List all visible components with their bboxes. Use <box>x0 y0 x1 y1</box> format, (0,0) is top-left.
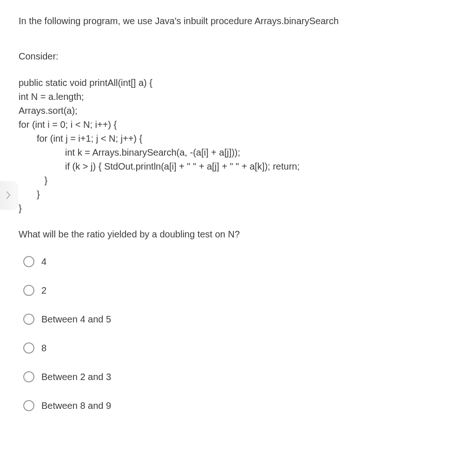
radio-icon <box>23 314 34 325</box>
option-label: Between 2 and 3 <box>41 372 111 382</box>
option-2[interactable]: 2 <box>23 285 457 296</box>
option-label: 2 <box>41 285 46 296</box>
radio-icon <box>23 371 34 382</box>
option-4[interactable]: 4 <box>23 256 457 267</box>
option-label: Between 4 and 5 <box>41 314 111 325</box>
option-label: 4 <box>41 256 46 267</box>
consider-label: Consider: <box>19 51 457 62</box>
side-expand-tab[interactable] <box>0 181 17 209</box>
code-block: public static void printAll(int[] a) { i… <box>19 76 457 215</box>
chevron-right-icon <box>6 190 11 200</box>
radio-icon <box>23 256 34 267</box>
option-between-4-5[interactable]: Between 4 and 5 <box>23 314 457 325</box>
intro-text: In the following program, we use Java's … <box>19 14 457 28</box>
question-text: What will be the ratio yielded by a doub… <box>19 229 457 240</box>
option-label: 8 <box>41 343 46 354</box>
option-between-8-9[interactable]: Between 8 and 9 <box>23 400 457 411</box>
radio-icon <box>23 285 34 296</box>
radio-icon <box>23 342 34 354</box>
option-8[interactable]: 8 <box>23 342 457 354</box>
option-label: Between 8 and 9 <box>41 400 111 411</box>
radio-icon <box>23 400 34 411</box>
options-list: 4 2 Between 4 and 5 8 Between 2 and 3 Be… <box>19 256 457 411</box>
option-between-2-3[interactable]: Between 2 and 3 <box>23 371 457 382</box>
